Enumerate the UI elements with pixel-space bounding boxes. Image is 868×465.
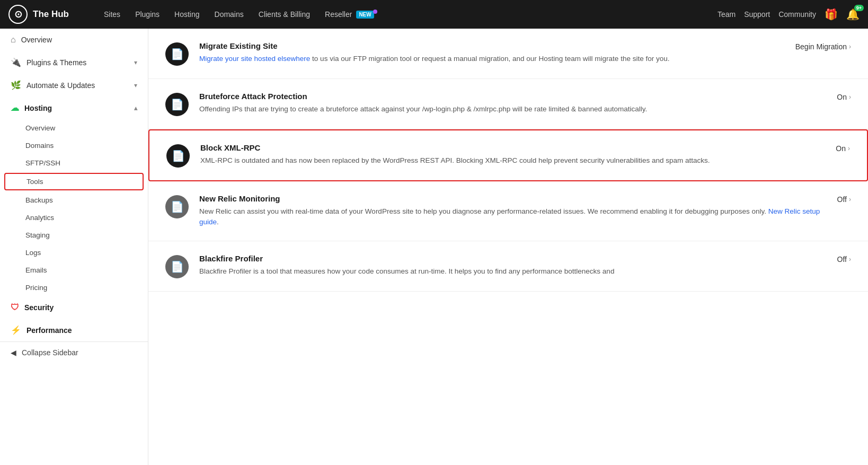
sidebar-sub-domains[interactable]: Domains: [0, 137, 148, 154]
sidebar-sub-logs[interactable]: Logs: [0, 244, 148, 261]
xml-rpc-title: Block XML-RPC: [200, 143, 825, 152]
bruteforce-desc: Offending IPs that are trying to create …: [199, 104, 826, 115]
bruteforce-body: Bruteforce Attack Protection Offending I…: [199, 92, 826, 115]
xml-rpc-chevron: ›: [848, 145, 850, 152]
performance-label: Performance: [26, 326, 72, 335]
sidebar-hosting-subitems: Overview Domains SFTP/SSH Tools Backups …: [0, 119, 148, 296]
blackfire-icon: 📄: [165, 255, 189, 278]
sidebar-item-plugins-themes[interactable]: 🔌 Plugins & Themes ▾: [0, 51, 148, 74]
sidebar: ⌂ Overview 🔌 Plugins & Themes ▾ 🌿 Automa…: [0, 29, 148, 465]
nav-domains[interactable]: Domains: [208, 7, 250, 22]
new-relic-chevron: ›: [849, 196, 851, 203]
collapse-icon: ◀: [11, 348, 16, 357]
blackfire-desc: Blackfire Profiler is a tool that measur…: [199, 266, 827, 277]
sidebar-performance-header[interactable]: ⚡ Performance: [0, 319, 148, 341]
new-relic-action[interactable]: Off ›: [837, 194, 851, 204]
performance-icon: ⚡: [11, 325, 21, 335]
notifications-btn[interactable]: 🔔 9+: [846, 8, 860, 21]
nav-links: Sites Plugins Hosting Domains Clients & …: [98, 7, 718, 22]
main-content: 📄 Migrate Existing Site Migrate your sit…: [148, 29, 868, 465]
app-title: The Hub: [33, 9, 69, 20]
sidebar-sub-pricing[interactable]: Pricing: [0, 279, 148, 296]
migrate-link[interactable]: Migrate your site hosted elsewhere: [199, 55, 310, 63]
migrate-desc-text: to us via our FTP migration tool or requ…: [310, 55, 669, 63]
xml-rpc-body: Block XML-RPC XML-RPC is outdated and ha…: [200, 143, 825, 166]
chevron-down-icon2: ▾: [134, 82, 137, 89]
new-relic-body: New Relic Monitoring New Relic can assis…: [199, 194, 827, 228]
plugin-icon: 🔌: [11, 57, 21, 67]
sidebar-sub-emails[interactable]: Emails: [0, 261, 148, 279]
sidebar-sub-overview[interactable]: Overview: [0, 119, 148, 137]
notifications-badge: 9+: [854, 5, 864, 11]
migrate-title: Migrate Existing Site: [199, 41, 785, 50]
chevron-down-icon: ▾: [134, 59, 137, 66]
collapse-label: Collapse Sidebar: [22, 348, 78, 357]
sidebar-sub-backups[interactable]: Backups: [0, 191, 148, 209]
sidebar-sub-sftp[interactable]: SFTP/SSH: [0, 154, 148, 172]
nav-reseller[interactable]: Reseller NEW: [318, 7, 384, 22]
sidebar-item-automate[interactable]: 🌿 Automate & Updates ▾: [0, 74, 148, 96]
nav-team[interactable]: Team: [718, 10, 736, 19]
bruteforce-action[interactable]: On ›: [837, 92, 851, 101]
nav-hosting[interactable]: Hosting: [168, 7, 206, 22]
sidebar-sub-staging[interactable]: Staging: [0, 226, 148, 244]
blackfire-chevron: ›: [849, 256, 851, 263]
tool-xml-rpc: 📄 Block XML-RPC XML-RPC is outdated and …: [148, 129, 868, 181]
tool-bruteforce: 📄 Bruteforce Attack Protection Offending…: [148, 79, 868, 129]
xml-rpc-icon: 📄: [166, 144, 190, 168]
migrate-icon: 📄: [165, 42, 189, 66]
home-icon: ⌂: [11, 35, 16, 45]
sidebar-sub-analytics[interactable]: Analytics: [0, 209, 148, 226]
reseller-badge: NEW: [356, 11, 374, 19]
nav-sites[interactable]: Sites: [98, 7, 127, 22]
xml-rpc-desc: XML-RPC is outdated and has now been rep…: [200, 155, 825, 166]
logo-icon: ⊙: [8, 5, 28, 24]
automate-icon: 🌿: [11, 80, 21, 90]
sidebar-hosting-header[interactable]: ☁ Hosting ▴: [0, 96, 148, 119]
migrate-desc: Migrate your site hosted elsewhere to us…: [199, 54, 785, 64]
overview-label: Overview: [21, 36, 52, 44]
gift-icon-btn[interactable]: 🎁: [825, 8, 838, 21]
plugins-themes-label: Plugins & Themes: [26, 58, 86, 67]
blackfire-body: Blackfire Profiler Blackfire Profiler is…: [199, 254, 827, 277]
bruteforce-title: Bruteforce Attack Protection: [199, 92, 826, 101]
new-relic-icon: 📄: [165, 195, 189, 218]
top-nav: ⊙ The Hub Sites Plugins Hosting Domains …: [0, 0, 868, 29]
new-relic-desc-after: .: [217, 218, 219, 226]
chevron-up-icon: ▴: [134, 104, 137, 112]
xml-rpc-action[interactable]: On ›: [836, 143, 850, 153]
new-relic-desc: New Relic can assist you with real-time …: [199, 206, 827, 228]
migrate-action[interactable]: Begin Migration ›: [795, 41, 851, 51]
security-label: Security: [24, 303, 54, 312]
tool-blackfire: 📄 Blackfire Profiler Blackfire Profiler …: [148, 241, 868, 292]
blackfire-title: Blackfire Profiler: [199, 254, 827, 263]
new-relic-desc-before: New Relic can assist you with real-time …: [199, 207, 768, 215]
hosting-label: Hosting: [24, 104, 52, 112]
shield-icon: 🛡: [11, 303, 19, 312]
tool-migrate: 📄 Migrate Existing Site Migrate your sit…: [148, 29, 868, 79]
automate-label: Automate & Updates: [26, 81, 95, 90]
nav-support[interactable]: Support: [744, 10, 770, 19]
sidebar-collapse-btn[interactable]: ◀ Collapse Sidebar: [0, 341, 148, 363]
sidebar-sub-tools[interactable]: Tools: [4, 173, 144, 190]
nav-plugins[interactable]: Plugins: [129, 7, 166, 22]
app-logo[interactable]: ⊙ The Hub: [8, 5, 83, 24]
app-layout: ⌂ Overview 🔌 Plugins & Themes ▾ 🌿 Automa…: [0, 29, 868, 465]
reseller-dot: [373, 10, 377, 14]
sidebar-security-header[interactable]: 🛡 Security: [0, 296, 148, 319]
migrate-body: Migrate Existing Site Migrate your site …: [199, 41, 785, 64]
nav-clients-billing[interactable]: Clients & Billing: [252, 7, 316, 22]
migrate-chevron: ›: [849, 43, 851, 50]
nav-community[interactable]: Community: [778, 10, 816, 19]
sidebar-item-overview[interactable]: ⌂ Overview: [0, 29, 148, 51]
tool-new-relic: 📄 New Relic Monitoring New Relic can ass…: [148, 181, 868, 241]
gift-icon: 🎁: [825, 8, 838, 20]
new-relic-title: New Relic Monitoring: [199, 194, 827, 203]
cloud-icon: ☁: [11, 103, 19, 113]
blackfire-action[interactable]: Off ›: [837, 254, 851, 264]
bruteforce-icon: 📄: [165, 93, 189, 116]
bruteforce-chevron: ›: [849, 93, 851, 101]
nav-right: Team Support Community 🎁 🔔 9+: [718, 8, 860, 21]
